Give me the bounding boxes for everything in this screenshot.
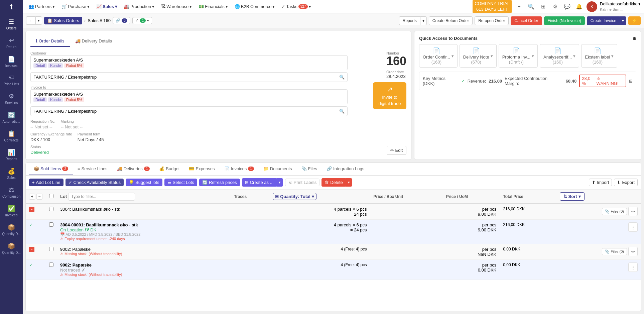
edit-btn-1[interactable]: ✏: [628, 207, 638, 216]
files-btn-1[interactable]: 📎 Files (0): [602, 208, 627, 215]
files-btn-2[interactable]: 📎 Files (0): [602, 248, 627, 255]
tab-expenses[interactable]: 💳 Expenses: [184, 163, 219, 175]
sales-orders-button[interactable]: 📋 Sales Orders: [44, 17, 82, 24]
tab-sold-items[interactable]: 📦 Sold Items 2: [29, 163, 73, 175]
collapse-all-btn[interactable]: −: [36, 194, 42, 200]
tab-documents[interactable]: 📁 Documents: [259, 163, 297, 175]
qa-doc-analyse[interactable]: 📄 Analysecertif... (160) ▾: [540, 44, 579, 68]
reports-button[interactable]: Reports: [399, 16, 420, 25]
sidebar-item-automatic[interactable]: 🔄 Automatic...: [0, 109, 23, 126]
check-button[interactable]: ✓ 1 ▾: [132, 17, 152, 24]
sidebar-item-qty-d2[interactable]: 📦 Quantity D...: [0, 240, 23, 257]
row2-checkbox[interactable]: [49, 247, 53, 251]
sidebar-item-services[interactable]: ⚙ Services: [0, 90, 23, 107]
edit-button[interactable]: ✏ Edit: [387, 146, 406, 155]
edit-btn-2[interactable]: ✏: [628, 247, 638, 256]
create-as-split[interactable]: ⊞ Create as ... ▾: [242, 178, 283, 187]
create-as-caret[interactable]: ▾: [276, 178, 283, 187]
tab-order-details[interactable]: ℹ Order Details: [30, 36, 70, 47]
minus-icon-1[interactable]: −: [29, 207, 34, 212]
doc-caret-5[interactable]: ▾: [611, 54, 614, 59]
nav-b2b[interactable]: 🌐 B2B Commerce ▾: [233, 3, 277, 10]
link-button[interactable]: 🔗 0: [113, 17, 131, 24]
tab-deliveries[interactable]: 🚚 Deliveries 1: [112, 163, 155, 175]
create-invoice-button[interactable]: Create Invoice: [587, 16, 620, 25]
back-btn-split[interactable]: ← ▾: [26, 16, 42, 25]
invite-button[interactable]: ↗ Invite to digital trade: [373, 82, 406, 109]
nav-financials[interactable]: 💵 Financials ▾: [197, 3, 230, 10]
chat-icon[interactable]: 💬: [562, 2, 572, 11]
reports-caret[interactable]: ▾: [420, 16, 427, 25]
reports-btn-split[interactable]: Reports ▾: [399, 16, 427, 25]
finish-button[interactable]: Finish (No Invoice): [544, 16, 585, 25]
sidebar-item-price-lists[interactable]: 🏷 Price Lists: [0, 72, 23, 89]
sidebar-item-contracts[interactable]: 📋 Contracts: [0, 127, 23, 145]
menu-btn-1s[interactable]: ⋮: [628, 222, 638, 232]
create-invoice-split[interactable]: Create Invoice ▾: [587, 16, 626, 25]
tab-invoices[interactable]: 📄 Invoices 1: [220, 163, 259, 175]
nav-production[interactable]: 🏭 Production ▾: [122, 3, 156, 10]
tab-service-lines[interactable]: ≡ Service Lines: [73, 163, 112, 175]
row1-checkbox[interactable]: [49, 207, 53, 211]
invoice-to-field[interactable]: Supermarkedskæden A/S Detail Kunde Rabat…: [30, 89, 348, 104]
search-icon[interactable]: 🔍: [526, 2, 536, 11]
doc-caret-1[interactable]: ▾: [452, 54, 454, 59]
qa-doc-order-confirm[interactable]: 📄 Order Confir... (160) ▾: [419, 44, 458, 68]
sidebar-item-return[interactable]: ↩ Return: [0, 34, 23, 51]
create-return-button[interactable]: Create Return Order: [429, 16, 473, 25]
row2s-checkbox[interactable]: [49, 263, 53, 267]
row1s-checkbox[interactable]: [49, 222, 53, 227]
nav-tasks[interactable]: ✓ Tasks 327 ▾: [279, 3, 313, 10]
qa-doc-ekstern[interactable]: 📄 Ekstern label (160) ▾: [581, 44, 617, 68]
menu-btn-2s[interactable]: ⋮: [628, 263, 638, 272]
create-as-button[interactable]: ⊞ Create as ...: [242, 178, 276, 187]
sidebar-item-orders[interactable]: ☰ Orders: [0, 15, 23, 33]
metrics-expand-icon[interactable]: ⊞: [629, 79, 633, 84]
settings-icon[interactable]: ⚙: [550, 2, 560, 11]
print-labels-button[interactable]: 🖨 Print Labels: [285, 179, 320, 186]
minus-icon-2[interactable]: −: [29, 247, 34, 252]
nav-purchase[interactable]: 🛒 Purchase ▾: [59, 3, 92, 10]
nav-sales[interactable]: 📈 Sales ▾: [94, 3, 119, 10]
add-icon[interactable]: +: [514, 2, 524, 11]
nav-warehouse[interactable]: 🏗 Warehouse ▾: [159, 3, 194, 10]
refresh-prices-button[interactable]: 🔄 Refresh prices: [199, 179, 240, 186]
qa-doc-delivery-note[interactable]: 📄 Delivery Note (678) ▾: [460, 44, 497, 68]
add-lot-line-button[interactable]: + Add Lot Line: [29, 179, 63, 186]
customer-address-field[interactable]: FAKTURERING / Eksempelstrup 🔍: [30, 72, 348, 82]
sidebar-item-invoiced[interactable]: ✅ Invoiced: [0, 202, 23, 220]
qa-doc-proforma[interactable]: 📄 Proforma Inv... (Draft /) ▾: [499, 44, 538, 68]
lot-filter-input[interactable]: [68, 193, 135, 201]
invoice-address-field[interactable]: FAKTURERING / Eksempelstrup 🔍: [30, 106, 348, 116]
reopen-button[interactable]: Re-open Order: [475, 16, 509, 25]
sidebar-item-invoices[interactable]: 📄 Invoices: [0, 53, 23, 70]
import-button[interactable]: ⬆ Import: [589, 179, 612, 186]
doc-caret-2[interactable]: ▾: [491, 54, 493, 59]
export-button[interactable]: ⬇ Export: [614, 179, 638, 186]
cell-expand-2[interactable]: −: [26, 244, 46, 260]
expand-all-btn[interactable]: +: [29, 194, 35, 200]
delete-split[interactable]: 🗑 Delete ▾: [321, 178, 352, 187]
bell-icon[interactable]: 🔔: [574, 2, 584, 11]
tab-budget[interactable]: 💰 Budget: [154, 163, 184, 175]
doc-caret-4[interactable]: ▾: [573, 54, 575, 59]
grid-icon[interactable]: ⊞: [538, 2, 548, 11]
doc-caret-3[interactable]: ▾: [532, 54, 534, 59]
orange-action-button[interactable]: ⚡: [628, 16, 641, 25]
cell-expand-1[interactable]: −: [26, 204, 46, 220]
select-all-checkbox[interactable]: [49, 194, 53, 198]
customer-field[interactable]: Supermarkedskæden A/S Detail Kunde Rabat…: [30, 55, 348, 70]
sidebar-item-reports[interactable]: 📊 Reports: [0, 146, 23, 164]
create-invoice-caret[interactable]: ▾: [620, 16, 626, 25]
sidebar-item-sales[interactable]: 💰 Sales: [0, 165, 23, 182]
nav-partners[interactable]: 👥 Partners ▾: [27, 3, 57, 10]
back-caret[interactable]: ▾: [35, 16, 42, 25]
sidebar-item-qty-d1[interactable]: 📦 Quantity D...: [0, 221, 23, 238]
suggest-lots-button[interactable]: 💡 Suggest lots: [126, 179, 162, 186]
delete-caret[interactable]: ▾: [346, 178, 352, 187]
sort-button[interactable]: ⇅ Sort ▾: [560, 192, 585, 201]
cancel-button[interactable]: Cancel Order: [511, 16, 542, 25]
tab-integration-logs[interactable]: 🔗 Integration Logs: [322, 163, 369, 175]
check-availability-button[interactable]: ✓ Check Availability Status: [66, 179, 124, 186]
quantity-selector[interactable]: ⊞ Quantity: Total ▾: [273, 193, 316, 200]
